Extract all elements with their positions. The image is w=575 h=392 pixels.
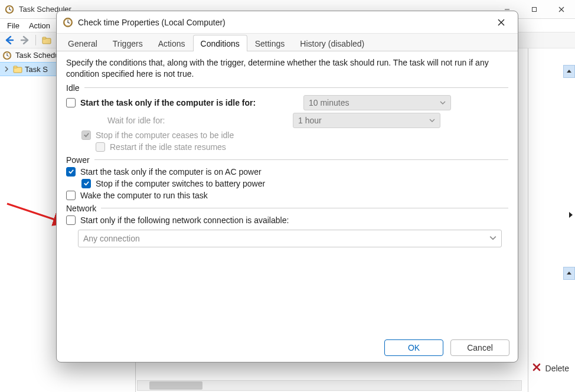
checkbox-start-if-idle[interactable] bbox=[66, 98, 76, 107]
row-restart-if-idle: Restart if the idle state resumes bbox=[66, 142, 508, 152]
row-only-if-network: Start only if the following network conn… bbox=[66, 215, 508, 225]
properties-dialog: Check time Properties (Local Computer) G… bbox=[56, 11, 518, 362]
section-divider bbox=[84, 87, 508, 88]
label-stop-if-not-idle: Stop if the computer ceases to be idle bbox=[96, 130, 234, 140]
dialog-overlay: Check time Properties (Local Computer) G… bbox=[0, 0, 575, 392]
conditions-description: Specify the conditions that, along with … bbox=[66, 57, 508, 80]
chevron-down-icon bbox=[489, 234, 496, 243]
label-start-if-idle: Start the task only if the computer is i… bbox=[80, 98, 299, 107]
chevron-down-icon bbox=[440, 98, 446, 107]
clock-icon bbox=[63, 17, 73, 28]
combo-wait-duration-value: 1 hour bbox=[298, 116, 322, 125]
label-stop-on-battery: Stop if the computer switches to battery… bbox=[96, 179, 265, 188]
row-stop-if-not-idle: Stop if the computer ceases to be idle bbox=[66, 130, 508, 140]
section-divider bbox=[94, 159, 508, 160]
checkbox-stop-on-battery[interactable] bbox=[81, 179, 91, 188]
dialog-footer: OK Cancel bbox=[57, 334, 518, 362]
label-restart-if-idle: Restart if the idle state resumes bbox=[110, 142, 226, 152]
section-divider bbox=[101, 208, 508, 208]
tab-general[interactable]: General bbox=[60, 35, 105, 51]
cancel-button-label: Cancel bbox=[467, 343, 493, 352]
row-ac-only: Start the task only if the computer is o… bbox=[66, 167, 508, 177]
combo-network-connection[interactable]: Any connection bbox=[78, 230, 502, 247]
label-only-if-network: Start only if the following network conn… bbox=[80, 215, 289, 225]
label-ac-only: Start the task only if the computer is o… bbox=[80, 167, 262, 177]
checkbox-wake[interactable] bbox=[66, 191, 76, 200]
tab-history[interactable]: History (disabled) bbox=[292, 35, 372, 51]
tab-conditions[interactable]: Conditions bbox=[193, 35, 247, 51]
section-network-label: Network bbox=[66, 204, 96, 213]
combo-network-connection-value: Any connection bbox=[83, 234, 140, 243]
checkbox-restart-if-idle bbox=[96, 142, 105, 152]
dialog-body: Specify the conditions that, along with … bbox=[57, 51, 518, 334]
section-network: Network bbox=[66, 204, 508, 213]
dialog-close-button[interactable] bbox=[491, 14, 512, 31]
row-wake: Wake the computer to run this task bbox=[66, 191, 508, 200]
row-start-if-idle: Start the task only if the computer is i… bbox=[66, 95, 508, 110]
tab-settings[interactable]: Settings bbox=[247, 35, 293, 51]
checkbox-ac-only[interactable] bbox=[66, 167, 76, 177]
tabbar: General Triggers Actions Conditions Sett… bbox=[57, 34, 518, 51]
label-wake: Wake the computer to run this task bbox=[80, 191, 208, 200]
row-stop-on-battery: Stop if the computer switches to battery… bbox=[66, 179, 508, 188]
tab-triggers[interactable]: Triggers bbox=[105, 35, 151, 51]
combo-idle-duration[interactable]: 10 minutes bbox=[303, 95, 451, 110]
label-wait-for-idle: Wait for idle for: bbox=[81, 116, 288, 125]
combo-wait-duration[interactable]: 1 hour bbox=[293, 113, 440, 128]
cancel-button[interactable]: Cancel bbox=[450, 339, 509, 356]
checkbox-only-if-network[interactable] bbox=[66, 215, 76, 225]
section-power-label: Power bbox=[66, 155, 90, 165]
section-power: Power bbox=[66, 155, 508, 165]
row-wait-for-idle: Wait for idle for: 1 hour bbox=[66, 113, 508, 128]
checkbox-stop-if-not-idle bbox=[81, 130, 91, 140]
section-idle-label: Idle bbox=[66, 83, 80, 93]
tab-actions[interactable]: Actions bbox=[151, 35, 193, 51]
dialog-title: Check time Properties (Local Computer) bbox=[78, 18, 491, 27]
dialog-titlebar: Check time Properties (Local Computer) bbox=[57, 11, 518, 34]
section-idle: Idle bbox=[66, 83, 508, 93]
chevron-down-icon bbox=[429, 116, 435, 125]
ok-button-label: OK bbox=[408, 343, 420, 352]
ok-button[interactable]: OK bbox=[384, 339, 443, 356]
row-network-connection: Any connection bbox=[66, 230, 508, 247]
combo-idle-duration-value: 10 minutes bbox=[309, 98, 349, 107]
